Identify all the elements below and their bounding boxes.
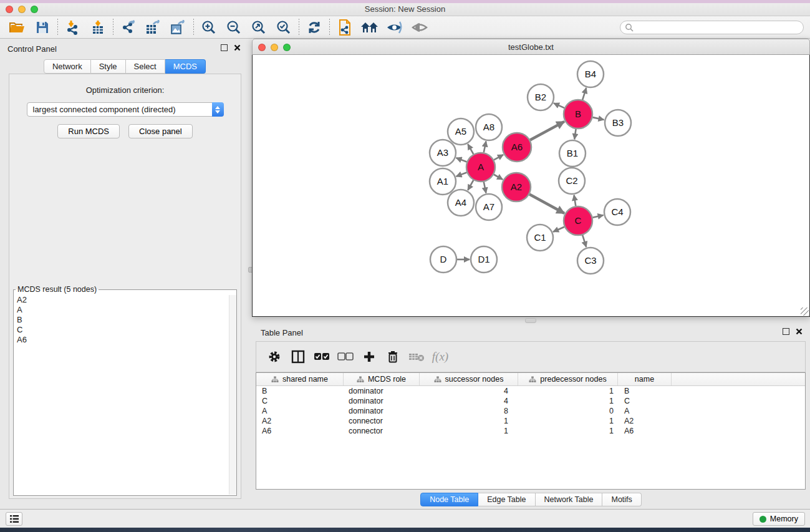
edge-A-A8[interactable] <box>484 142 486 153</box>
graph-node-A6[interactable]: A6 <box>503 133 531 162</box>
table-row[interactable]: Cdominator41C <box>256 396 805 406</box>
result-item[interactable]: A6 <box>14 335 228 345</box>
edge-A-A4[interactable] <box>468 180 473 190</box>
edge-B-B4[interactable] <box>582 88 586 100</box>
tab-select[interactable]: Select <box>126 59 165 74</box>
import-table-button[interactable] <box>85 17 110 37</box>
column-header-successor-nodes[interactable]: successor nodes <box>420 373 518 385</box>
task-history-button[interactable] <box>6 512 22 526</box>
graph-node-C2[interactable]: C2 <box>559 168 585 194</box>
edge-A-A3[interactable] <box>456 158 467 162</box>
network-view-window[interactable]: testGlobe.txt A5A8A3AA1A4A7A6A2BB2B4B3B1… <box>252 39 810 317</box>
graph-node-C1[interactable]: C1 <box>527 225 553 251</box>
graph-node-A[interactable]: A <box>466 153 495 181</box>
graph-node-A4[interactable]: A4 <box>448 190 474 216</box>
column-header-shared-name[interactable]: shared name <box>256 373 344 385</box>
split-view-button[interactable] <box>287 346 309 368</box>
tab-mcds[interactable]: MCDS <box>165 59 206 74</box>
import-network-button[interactable] <box>60 17 85 37</box>
graph-node-C[interactable]: C <box>564 206 592 235</box>
edge-C-C3[interactable] <box>582 235 586 247</box>
select-all-columns-button[interactable] <box>311 346 332 368</box>
edge-A6-B[interactable] <box>530 122 564 140</box>
add-column-button[interactable] <box>359 346 380 368</box>
home-view-button[interactable] <box>357 17 382 37</box>
graph-node-A2[interactable]: A2 <box>502 173 531 201</box>
zoom-selected-button[interactable] <box>271 17 296 37</box>
edge-A2-C[interactable] <box>529 194 564 213</box>
edge-C-C2[interactable] <box>574 195 576 206</box>
network-window-titlebar[interactable]: testGlobe.txt <box>252 39 810 55</box>
graph-node-B1[interactable]: B1 <box>559 140 586 167</box>
table-settings-button[interactable] <box>264 346 285 368</box>
open-session-button[interactable] <box>5 17 30 37</box>
close-panel-icon[interactable] <box>234 44 241 51</box>
edge-A-A6[interactable] <box>494 155 503 160</box>
tab-style[interactable]: Style <box>91 59 126 74</box>
refresh-layout-button[interactable] <box>302 17 327 37</box>
edge-A-A2[interactable] <box>494 175 503 180</box>
edge-A-A5[interactable] <box>468 144 473 154</box>
table-row[interactable]: Bdominator41B <box>256 386 805 396</box>
edge-A-A7[interactable] <box>484 182 486 193</box>
graph-node-A8[interactable]: A8 <box>476 114 502 140</box>
export-table-button[interactable] <box>141 17 166 37</box>
zoom-in-button[interactable] <box>196 17 221 37</box>
result-item[interactable]: B <box>14 315 228 325</box>
result-item[interactable]: A <box>14 305 228 315</box>
graph-node-A7[interactable]: A7 <box>476 194 502 220</box>
graph-node-D1[interactable]: D1 <box>471 246 497 273</box>
edge-B-B3[interactable] <box>592 117 604 120</box>
search-box[interactable] <box>620 21 804 34</box>
close-panel-button[interactable]: Close panel <box>128 124 193 138</box>
column-header-name[interactable]: name <box>618 373 672 385</box>
main-titlebar[interactable]: Session: New Session <box>0 3 810 16</box>
export-image-button[interactable] <box>166 17 191 37</box>
run-mcds-button[interactable]: Run MCDS <box>57 124 120 138</box>
close-table-panel-icon[interactable] <box>796 328 803 335</box>
edge-A-A1[interactable] <box>456 172 467 176</box>
node-table[interactable]: shared nameMCDS rolesuccessor nodesprede… <box>256 372 806 490</box>
graph-node-B2[interactable]: B2 <box>528 84 554 110</box>
zoom-out-button[interactable] <box>221 17 246 37</box>
column-header-predecessor-nodes[interactable]: predecessor nodes <box>518 373 618 385</box>
edge-B-B2[interactable] <box>554 103 564 108</box>
graph-node-A5[interactable]: A5 <box>448 118 474 145</box>
tab-network[interactable]: Network <box>44 59 91 74</box>
graph-node-B[interactable]: B <box>564 100 592 128</box>
graph-node-B3[interactable]: B3 <box>605 110 631 136</box>
hide-selected-button[interactable] <box>382 17 407 37</box>
delete-column-button[interactable] <box>382 346 403 368</box>
window-resize-grip[interactable] <box>801 307 809 316</box>
deselect-all-columns-button[interactable] <box>335 346 356 368</box>
tab-motifs[interactable]: Motifs <box>602 493 641 506</box>
result-scrollbar[interactable] <box>229 295 236 495</box>
column-header-MCDS-role[interactable]: MCDS role <box>344 373 420 385</box>
table-row[interactable]: Adominator80A <box>256 406 805 416</box>
graph-node-C4[interactable]: C4 <box>604 199 630 225</box>
graph-node-B4[interactable]: B4 <box>577 61 604 87</box>
new-network-from-document-button[interactable] <box>332 17 357 37</box>
memory-button[interactable]: Memory <box>753 512 805 526</box>
horizontal-scrollbar-thumb[interactable] <box>525 318 536 323</box>
edge-C-C4[interactable] <box>592 215 603 218</box>
graph-node-A1[interactable]: A1 <box>430 168 456 195</box>
float-table-panel-icon[interactable] <box>783 328 789 335</box>
search-input[interactable] <box>634 22 803 33</box>
graph-node-A3[interactable]: A3 <box>430 140 456 166</box>
zoom-fit-button[interactable] <box>246 17 271 37</box>
graph-node-C3[interactable]: C3 <box>577 248 604 274</box>
graph-node-D[interactable]: D <box>430 246 456 273</box>
edge-C-C1[interactable] <box>553 227 564 232</box>
optimization-criterion-select[interactable]: largest connected component (directed) <box>27 102 224 117</box>
network-canvas[interactable]: A5A8A3AA1A4A7A6A2BB2B4B3B1C2CC4C1C3DD1 <box>252 55 810 317</box>
tab-node-table[interactable]: Node Table <box>420 493 478 506</box>
result-item[interactable]: A2 <box>14 295 228 305</box>
tab-network-table[interactable]: Network Table <box>536 493 603 506</box>
result-item[interactable]: C <box>14 325 228 335</box>
save-session-button[interactable] <box>30 17 55 37</box>
edge-B-B1[interactable] <box>574 129 576 139</box>
tab-edge-table[interactable]: Edge Table <box>478 493 535 506</box>
table-row[interactable]: A6connector11A6 <box>256 426 805 436</box>
horizontal-scrollbar[interactable] <box>252 317 810 324</box>
